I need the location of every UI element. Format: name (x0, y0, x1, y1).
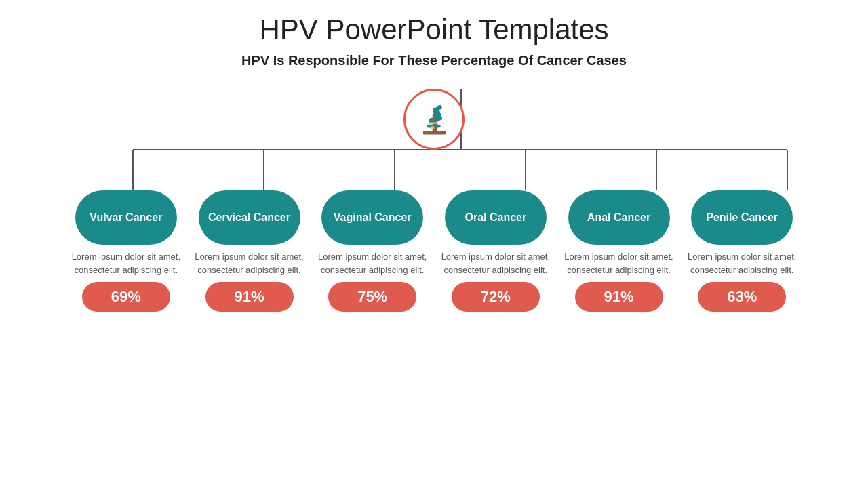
svg-rect-14 (429, 122, 438, 124)
badge-penile: 63% (698, 282, 786, 312)
center-icon (403, 89, 465, 150)
pct-vulvar: 69% (111, 288, 141, 306)
badge-vaginal: 75% (328, 282, 416, 312)
desc-penile: Lorem ipsum dolor sit amet, consectetur … (684, 250, 800, 277)
col-vulvar: Vulvar Cancer Lorem ipsum dolor sit amet… (68, 190, 184, 312)
badge-anal: 91% (575, 282, 663, 312)
badge-cervical: 91% (205, 282, 294, 312)
main-title: HPV PowerPoint Templates (259, 14, 608, 46)
pct-vaginal: 75% (357, 288, 387, 306)
desc-vaginal: Lorem ipsum dolor sit amet, consectetur … (314, 250, 431, 277)
bubble-vaginal: Vaginal Cancer (321, 190, 423, 245)
desc-anal: Lorem ipsum dolor sit amet, consectetur … (561, 250, 677, 277)
col-cervical: Cervical Cancer Lorem ipsum dolor sit am… (191, 190, 308, 312)
bubble-cervical: Cervical Cancer (199, 190, 300, 245)
desc-cervical: Lorem ipsum dolor sit amet, consectetur … (191, 250, 308, 277)
line-spacer (27, 150, 841, 190)
bubble-label-oral: Oral Cancer (465, 211, 526, 225)
badge-vulvar: 69% (82, 282, 170, 312)
col-anal: Anal Cancer Lorem ipsum dolor sit amet, … (561, 190, 677, 312)
bubble-label-anal: Anal Cancer (587, 211, 650, 225)
badge-oral: 72% (452, 282, 540, 312)
pct-cervical: 91% (234, 288, 264, 306)
diagram: Vulvar Cancer Lorem ipsum dolor sit amet… (27, 89, 841, 312)
bubble-vulvar: Vulvar Cancer (75, 190, 177, 245)
bubble-label-vaginal: Vaginal Cancer (334, 211, 412, 225)
bubble-oral: Oral Cancer (445, 190, 547, 245)
subtitle: HPV Is Responsible For These Percentage … (241, 53, 627, 68)
columns-container: Vulvar Cancer Lorem ipsum dolor sit amet… (27, 190, 841, 312)
bubble-penile: Penile Cancer (691, 190, 793, 245)
desc-vulvar: Lorem ipsum dolor sit amet, consectetur … (68, 250, 184, 277)
pct-penile: 63% (727, 288, 757, 306)
pct-oral: 72% (481, 288, 511, 306)
pct-anal: 91% (604, 288, 633, 306)
col-vaginal: Vaginal Cancer Lorem ipsum dolor sit ame… (314, 190, 431, 312)
col-oral: Oral Cancer Lorem ipsum dolor sit amet, … (437, 190, 554, 312)
desc-oral: Lorem ipsum dolor sit amet, consectetur … (437, 250, 554, 277)
bubble-label-vulvar: Vulvar Cancer (90, 211, 162, 225)
col-penile: Penile Cancer Lorem ipsum dolor sit amet… (684, 190, 800, 312)
svg-point-15 (431, 125, 435, 129)
microscope-icon-svg (416, 101, 453, 138)
bubble-anal: Anal Cancer (568, 190, 670, 245)
bubble-label-penile: Penile Cancer (706, 211, 778, 225)
page: HPV PowerPoint Templates HPV Is Responsi… (0, 0, 868, 488)
bubble-label-cervical: Cervical Cancer (208, 211, 290, 225)
